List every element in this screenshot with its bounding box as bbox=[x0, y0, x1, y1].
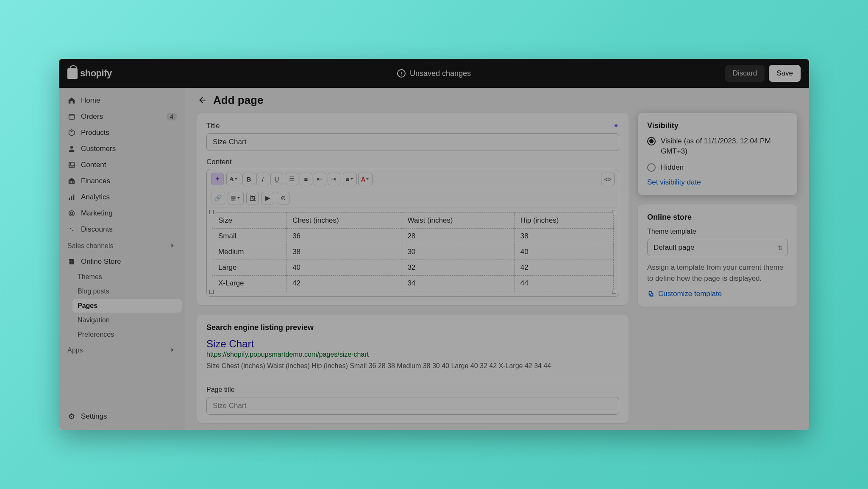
apps-label: Apps bbox=[67, 346, 83, 354]
sidebar-item-content[interactable]: Content bbox=[62, 157, 182, 173]
rich-text-editor: ✦ A B I U ☰ ≡ ⇤ bbox=[206, 169, 619, 297]
bold-button[interactable]: B bbox=[242, 173, 255, 185]
sidebar-item-pages[interactable]: Pages bbox=[72, 299, 182, 313]
visibility-heading: Visibility bbox=[647, 121, 788, 130]
editor-content[interactable]: SizeChest (inches)Waist (inches)Hip (inc… bbox=[207, 207, 619, 296]
marketing-icon bbox=[67, 209, 76, 218]
seo-preview-title: Size Chart bbox=[206, 338, 619, 350]
sidebar-item-settings[interactable]: Settings bbox=[62, 409, 182, 424]
video-button[interactable]: ▶ bbox=[262, 192, 274, 204]
content-icon bbox=[67, 161, 76, 169]
chevron-right-icon bbox=[169, 242, 177, 250]
title-label: Title bbox=[206, 122, 220, 130]
link-button[interactable]: 🔗 bbox=[211, 192, 225, 204]
sidebar-item-home[interactable]: Home bbox=[62, 93, 182, 108]
page-title-label: Page title bbox=[206, 386, 619, 394]
selection-handle[interactable] bbox=[209, 210, 214, 214]
theme-template-select[interactable]: Default page bbox=[647, 239, 788, 256]
color-dropdown[interactable]: A bbox=[358, 173, 373, 185]
table-dropdown[interactable]: ▦ bbox=[228, 192, 244, 204]
sidebar-item-label: Products bbox=[81, 129, 109, 137]
sidebar-item-navigation[interactable]: Navigation bbox=[72, 313, 182, 327]
apps-header[interactable]: Apps bbox=[62, 342, 182, 358]
visibility-hidden-option[interactable]: Hidden bbox=[647, 162, 788, 173]
sidebar-item-themes[interactable]: Themes bbox=[72, 270, 182, 284]
content-label: Content bbox=[206, 158, 619, 166]
sidebar-item-marketing[interactable]: Marketing bbox=[62, 206, 182, 221]
sidebar: Home Orders 4 Products Customers Content bbox=[59, 88, 185, 430]
discounts-icon bbox=[67, 225, 76, 234]
products-icon bbox=[67, 129, 76, 137]
sidebar-item-blog-posts[interactable]: Blog posts bbox=[72, 285, 182, 298]
size-chart-table[interactable]: SizeChest (inches)Waist (inches)Hip (inc… bbox=[212, 212, 614, 291]
sidebar-item-products[interactable]: Products bbox=[62, 125, 182, 140]
code-view-button[interactable]: <> bbox=[601, 173, 615, 185]
underline-button[interactable]: U bbox=[270, 173, 283, 185]
italic-button[interactable]: I bbox=[256, 173, 269, 185]
seo-card: Search engine listing preview Size Chart… bbox=[197, 315, 629, 423]
outdent-button[interactable]: ⇤ bbox=[314, 173, 326, 185]
unsaved-banner: ! Unsaved changes bbox=[397, 69, 471, 78]
sidebar-item-orders[interactable]: Orders 4 bbox=[62, 109, 182, 124]
online-store-heading: Online store bbox=[647, 213, 788, 222]
page-title-input[interactable] bbox=[206, 397, 619, 415]
svg-rect-8 bbox=[69, 198, 70, 200]
align-dropdown[interactable]: ≡ bbox=[343, 173, 357, 185]
gear-icon bbox=[67, 412, 76, 421]
selection-handle[interactable] bbox=[612, 210, 616, 214]
svg-rect-5 bbox=[70, 181, 71, 183]
svg-point-1 bbox=[71, 131, 72, 132]
orders-badge: 4 bbox=[167, 113, 177, 120]
selection-handle[interactable] bbox=[209, 290, 214, 294]
sidebar-item-discounts[interactable]: Discounts bbox=[62, 222, 182, 237]
ai-tool-button[interactable]: ✦ bbox=[211, 173, 224, 185]
svg-rect-9 bbox=[71, 196, 72, 200]
clear-format-button[interactable]: ⊘ bbox=[277, 192, 289, 204]
sidebar-item-label: Analytics bbox=[81, 193, 110, 201]
home-icon bbox=[67, 96, 76, 105]
hidden-label: Hidden bbox=[661, 162, 684, 173]
seo-preview-description: Size Chest (inches) Waist (inches) Hip (… bbox=[206, 361, 619, 371]
sidebar-item-analytics[interactable]: Analytics bbox=[62, 190, 182, 205]
sidebar-item-online-store[interactable]: Online Store bbox=[62, 254, 182, 269]
table-row: Large403242 bbox=[212, 260, 614, 276]
number-list-button[interactable]: ≡ bbox=[300, 173, 312, 185]
sales-channels-header[interactable]: Sales channels bbox=[62, 238, 182, 254]
sidebar-item-label: Online Store bbox=[81, 257, 121, 266]
bullet-list-button[interactable]: ☰ bbox=[286, 173, 298, 185]
set-visibility-date-link[interactable]: Set visibility date bbox=[647, 178, 701, 186]
selection-handle[interactable] bbox=[612, 290, 616, 294]
sidebar-item-label: Orders bbox=[81, 112, 103, 121]
svg-point-11 bbox=[69, 211, 75, 216]
font-dropdown[interactable]: A bbox=[226, 173, 241, 185]
sidebar-item-label: Settings bbox=[81, 412, 107, 421]
sidebar-item-label: Discounts bbox=[81, 225, 113, 234]
back-button[interactable] bbox=[197, 95, 207, 106]
sidebar-item-label: Pages bbox=[78, 302, 97, 310]
svg-point-12 bbox=[70, 212, 72, 214]
sparkle-icon[interactable]: ✦ bbox=[613, 121, 619, 131]
unsaved-text: Unsaved changes bbox=[410, 69, 471, 78]
sidebar-item-finances[interactable]: Finances bbox=[62, 173, 182, 189]
sidebar-item-customers[interactable]: Customers bbox=[62, 141, 182, 156]
svg-rect-10 bbox=[73, 195, 75, 200]
chevron-right-icon bbox=[169, 346, 177, 354]
discard-button[interactable]: Discard bbox=[725, 65, 765, 82]
svg-point-2 bbox=[70, 146, 73, 148]
table-row: SizeChest (inches)Waist (inches)Hip (inc… bbox=[212, 213, 614, 229]
alert-icon: ! bbox=[397, 69, 406, 78]
seo-heading: Search engine listing preview bbox=[206, 323, 619, 332]
save-button[interactable]: Save bbox=[769, 65, 801, 82]
visibility-visible-option[interactable]: Visible (as of 11/1/2023, 12:04 PM GMT+3… bbox=[647, 136, 788, 156]
customers-icon bbox=[67, 145, 76, 153]
title-input[interactable] bbox=[206, 133, 619, 151]
customize-template-link[interactable]: Customize template bbox=[658, 290, 722, 298]
sidebar-item-label: Content bbox=[81, 161, 106, 169]
sidebar-item-preferences[interactable]: Preferences bbox=[72, 328, 182, 341]
sidebar-item-label: Finances bbox=[81, 177, 110, 185]
indent-button[interactable]: ⇥ bbox=[328, 173, 340, 185]
image-button[interactable]: 🖼 bbox=[246, 192, 259, 204]
svg-point-4 bbox=[70, 163, 71, 165]
store-icon bbox=[67, 257, 76, 266]
page-title: Add page bbox=[213, 94, 263, 107]
